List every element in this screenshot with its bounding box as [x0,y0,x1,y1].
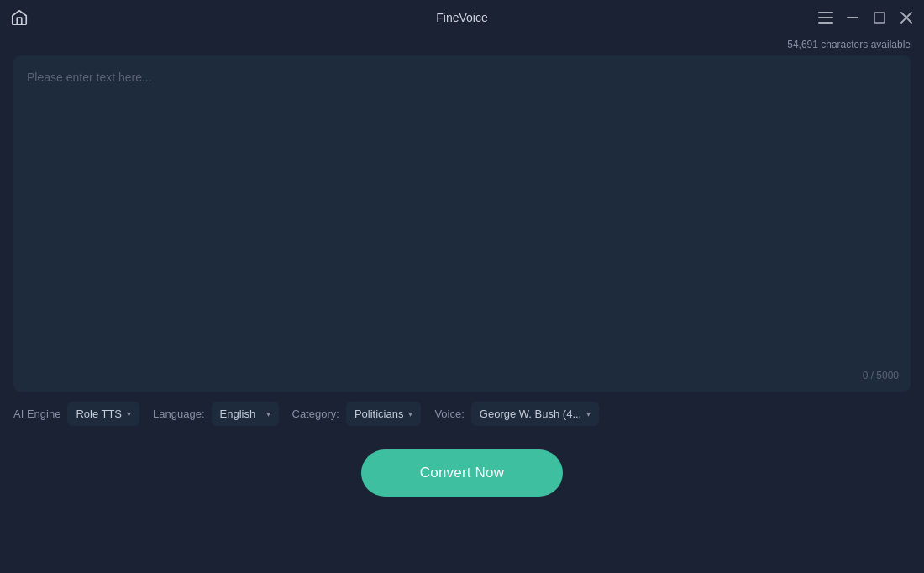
char-count: 0 / 5000 [863,370,899,381]
ai-engine-group: AI Engine Role TTS ▾ [13,402,139,426]
svg-rect-1 [818,17,833,18]
category-value: Politicians [354,407,404,420]
voice-label: Voice: [434,407,464,420]
voice-value: George W. Bush (4... [480,407,581,420]
language-chevron-icon: ▾ [266,409,270,418]
svg-rect-4 [874,13,885,23]
language-group: Language: English ▾ [153,402,278,426]
controls-bar: AI Engine Role TTS ▾ Language: English ▾… [0,392,924,436]
category-group: Category: Politicians ▾ [292,402,422,426]
svg-rect-0 [818,12,833,13]
text-input[interactable] [13,55,911,392]
close-button[interactable] [899,10,914,25]
svg-rect-2 [818,22,833,24]
language-dropdown[interactable]: English ▾ [212,402,279,426]
svg-rect-3 [847,17,858,18]
language-label: Language: [153,407,204,420]
app-title: FineVoice [436,11,487,24]
voice-dropdown[interactable]: George W. Bush (4... ▾ [471,402,599,426]
text-area-container: 0 / 5000 [13,55,911,392]
ai-engine-label: AI Engine [13,407,60,420]
language-value: English [220,407,256,420]
titlebar-left [10,8,29,27]
titlebar: FineVoice [0,0,924,35]
voice-chevron-icon: ▾ [586,409,591,418]
ai-engine-chevron-icon: ▾ [127,409,131,418]
characters-available: 54,691 characters available [0,35,924,55]
convert-section: Convert Now [0,436,924,497]
ai-engine-dropdown[interactable]: Role TTS ▾ [67,402,139,426]
category-label: Category: [292,407,339,420]
voice-group: Voice: George W. Bush (4... ▾ [434,402,599,426]
home-icon[interactable] [10,8,29,27]
category-dropdown[interactable]: Politicians ▾ [346,402,422,426]
category-chevron-icon: ▾ [408,409,412,418]
maximize-button[interactable] [872,10,887,25]
minimize-button[interactable] [845,10,860,25]
ai-engine-value: Role TTS [76,407,122,420]
titlebar-controls [818,10,914,25]
menu-button[interactable] [818,10,833,25]
convert-now-button[interactable]: Convert Now [361,449,563,497]
